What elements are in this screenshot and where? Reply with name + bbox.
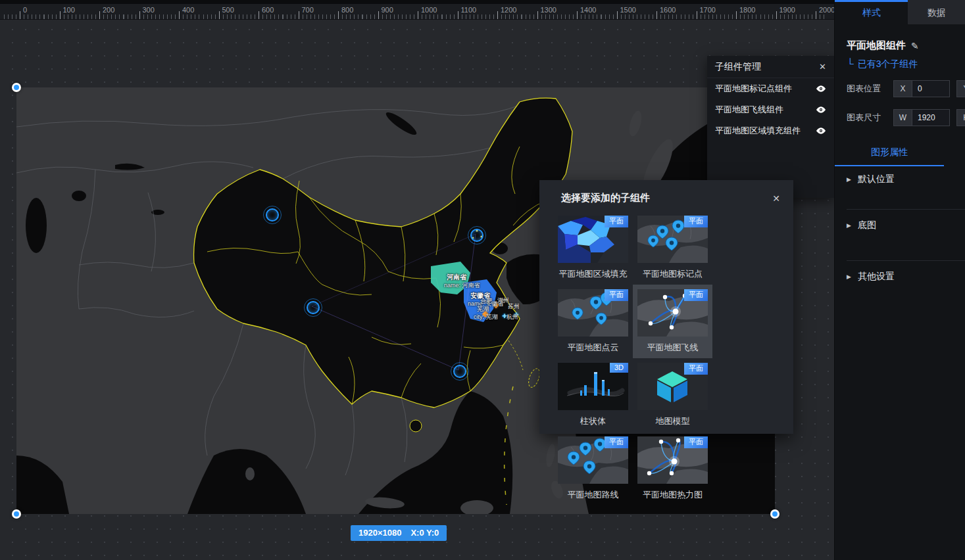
ruler-label: 700: [302, 6, 314, 14]
component-option-label: 平面地图标记点: [637, 268, 708, 280]
field-group-w: W1920: [893, 109, 950, 126]
resize-handle-bottom-left[interactable]: [12, 509, 21, 519]
ruler-label: 400: [182, 6, 194, 14]
component-option-label: 平面地图路线: [558, 489, 628, 501]
chevron-right-icon: ▶: [847, 222, 851, 229]
dimension-badge: 平面: [605, 289, 628, 301]
component-option-route[interactable]: 平面平面地图路线: [558, 436, 628, 501]
component-option-heatmap[interactable]: 平面平面地图热力图: [637, 436, 708, 501]
close-icon[interactable]: ✕: [819, 62, 826, 72]
tab-data[interactable]: 数据: [908, 0, 965, 24]
ruler-major-tick: [656, 11, 657, 19]
component-option-flyline[interactable]: 平面平面地图飞线: [637, 289, 708, 354]
ruler-label: 1600: [660, 6, 676, 14]
subcomponent-row-label: 平面地图区域填充组件: [715, 125, 801, 137]
subcomponent-panel-header: 子组件管理 ✕: [707, 56, 834, 78]
edit-pencil-icon[interactable]: ✎: [911, 41, 919, 51]
ruler-major-tick: [776, 11, 777, 19]
ruler-minor-ticks: [4, 14, 826, 19]
component-option-bar3d[interactable]: 3D柱状体: [558, 363, 628, 427]
component-option-label: 平面地图热力图: [637, 489, 708, 501]
ruler-major-tick: [299, 11, 299, 19]
visibility-eye-icon[interactable]: [816, 127, 826, 135]
ruler-label: 300: [143, 6, 155, 14]
subcomponent-row[interactable]: 平面地图标记点组件: [707, 78, 834, 99]
horizontal-ruler: 0100200300400500600700800900100011001200…: [0, 4, 834, 20]
section-label: 底图: [858, 220, 876, 231]
component-option-region-fill[interactable]: 平面平面地图区域填充: [558, 216, 628, 280]
modal-title: 选择要添加的子组件: [561, 192, 650, 204]
panel-collapse-handle[interactable]: [834, 179, 835, 205]
subcomponent-manager-panel: 子组件管理 ✕ 平面地图标记点组件平面地图飞线组件平面地图区域填充组件: [707, 56, 834, 198]
section-label: 默认位置: [858, 174, 895, 185]
resize-handle-bottom-right[interactable]: [770, 509, 779, 519]
subcomponent-count: └已有3个子组件: [847, 58, 918, 70]
component-option-markers[interactable]: 平面平面地图标记点: [637, 216, 708, 280]
tab-style[interactable]: 样式: [835, 0, 908, 24]
editor-stage: 0100200300400500600700800900100011001200…: [0, 0, 965, 560]
ruler-major-tick: [139, 11, 140, 19]
subcomponent-row[interactable]: 平面地图区域填充组件: [707, 120, 834, 141]
ruler-label: 200: [103, 6, 114, 14]
section-0[interactable]: ▶默认位置: [847, 174, 895, 185]
ruler-label: 1400: [580, 6, 596, 14]
ruler-major-tick: [418, 11, 418, 19]
section-1[interactable]: ▶底图: [847, 220, 876, 231]
thumbnail-region-fill: 平面: [558, 216, 628, 263]
visibility-eye-icon[interactable]: [816, 85, 826, 93]
thumbnail-bar3d: 3D: [558, 363, 628, 410]
subcomponent-panel-title: 子组件管理: [715, 61, 761, 73]
visibility-eye-icon[interactable]: [816, 106, 826, 114]
ruler-major-tick: [617, 11, 618, 19]
component-option-label: 平面地图点云: [558, 342, 628, 354]
section-2[interactable]: ▶其他设置: [847, 271, 895, 283]
subcomponent-row[interactable]: 平面地图飞线组件: [707, 99, 834, 120]
inspector-panel: 样式数据 平面地图组件 ✎ └已有3个子组件 图表位置X0Y图表尺寸W1920H…: [834, 0, 965, 560]
field-prefix-label: X: [893, 80, 912, 97]
inspector-row-label: 图表尺寸: [847, 112, 893, 124]
component-option-label: 柱状体: [558, 415, 628, 427]
ruler-major-tick: [537, 11, 538, 19]
field-group-h: H: [956, 109, 965, 126]
ruler-major-tick: [736, 11, 737, 19]
thumbnail-markers: 平面: [637, 216, 708, 263]
section-divider: [847, 260, 965, 261]
ruler-label: 1500: [620, 6, 636, 14]
ruler-major-tick: [816, 11, 816, 19]
ruler-major-tick: [60, 11, 61, 19]
dimension-badge: 3D: [610, 363, 628, 373]
resize-handle-top-left[interactable]: [12, 83, 21, 92]
inspector-row: 图表尺寸W1920H: [847, 109, 965, 126]
ruler-major-tick: [179, 11, 180, 19]
ruler-label: 600: [262, 6, 274, 14]
ruler-major-tick: [577, 11, 578, 19]
ruler-major-tick: [338, 11, 339, 19]
subcomponent-list: 平面地图标记点组件平面地图飞线组件平面地图区域填充组件: [707, 78, 834, 141]
component-option-grid: 平面平面地图区域填充平面平面地图标记点平面平面地图点云平面平面地图飞线3D柱状体…: [553, 211, 783, 505]
field-group-x: X0: [893, 80, 950, 97]
component-option-dotcloud[interactable]: 平面平面地图点云: [558, 289, 628, 354]
ruler-label: 1800: [739, 6, 755, 14]
size-position-badge: 1920×1080X:0 Y:0: [351, 525, 447, 541]
badge-dimensions: 1920×1080: [359, 528, 401, 538]
inspector-tab-bar: 样式数据: [835, 0, 965, 24]
ruler-major-tick: [99, 11, 100, 19]
thumbnail-cube: 平面: [637, 363, 708, 410]
tab-graphic-properties[interactable]: 图形属性: [835, 141, 944, 166]
field-value-input[interactable]: 1920: [912, 109, 950, 126]
ruler-major-tick: [259, 11, 259, 19]
field-value-input[interactable]: 0: [912, 80, 950, 97]
subcomponent-row-label: 平面地图标记点组件: [715, 83, 792, 95]
modal-close-icon[interactable]: ✕: [772, 193, 780, 204]
ruler-label: 1100: [461, 6, 477, 14]
ruler-label: 2000: [819, 6, 835, 14]
ruler-label: 1000: [421, 6, 437, 14]
ruler-label: 100: [63, 6, 75, 14]
component-title: 平面地图组件: [847, 39, 906, 52]
ruler-major-tick: [20, 11, 20, 19]
inspector-row: 图表位置X0Y: [847, 80, 965, 97]
ruler-label: 500: [222, 6, 234, 14]
component-option-cube[interactable]: 平面地图模型: [637, 363, 708, 427]
chevron-right-icon: ▶: [847, 176, 851, 183]
ruler-label: 1700: [700, 6, 716, 14]
